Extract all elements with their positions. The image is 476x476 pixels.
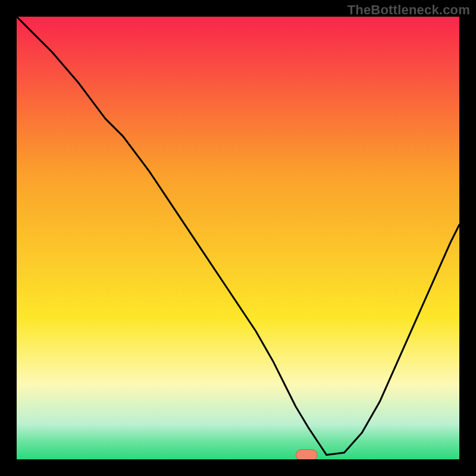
watermark-label: TheBottleneck.com xyxy=(347,2,470,18)
chart-frame: TheBottleneck.com xyxy=(0,0,476,476)
optimum-marker xyxy=(296,450,317,459)
chart-svg xyxy=(17,17,459,459)
gradient-background xyxy=(17,17,459,459)
plot-area xyxy=(17,17,459,459)
